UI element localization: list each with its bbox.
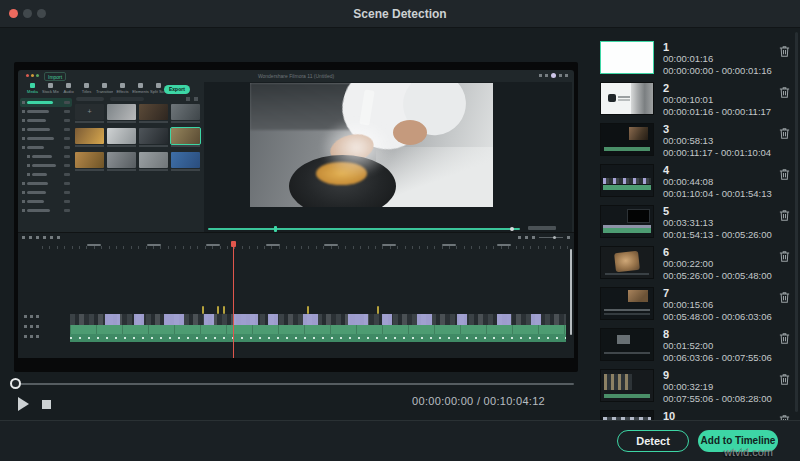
scene-list-item[interactable]: 2 00:00:10:01 00:00:01:16 - 00:00:11:17 (592, 82, 800, 123)
trash-icon[interactable] (778, 85, 792, 123)
timeline (18, 232, 574, 358)
scene-duration: 00:01:52:00 (663, 340, 778, 352)
view-icon (194, 97, 198, 101)
audio-track (70, 325, 566, 334)
scene-list-item[interactable]: 9 00:00:32:19 00:07:55:06 - 00:08:28:00 (592, 369, 800, 410)
sidebar-row (20, 170, 72, 179)
scrollbar[interactable] (795, 32, 798, 412)
titlebar: Scene Detection (0, 0, 800, 28)
sidebar-row (20, 152, 72, 161)
timeline-toolbar-right (518, 236, 570, 239)
seek-knob[interactable] (10, 378, 21, 389)
scene-number: 7 (663, 287, 778, 299)
ruler-label (382, 244, 396, 246)
media-grid: + (75, 104, 203, 171)
scene-list-item[interactable]: 7 00:00:15:06 00:05:48:00 - 00:06:03:06 (592, 287, 800, 328)
player-seekbar (208, 228, 520, 230)
timeline-marker (377, 306, 379, 314)
filmstrip-segment (164, 314, 184, 325)
scene-range: 00:00:11:17 - 00:01:10:04 (663, 147, 778, 159)
filmora-titlebar: Import Wondershare Filmora 11 (Untitled) (18, 70, 574, 82)
scene-thumbnail (600, 410, 654, 420)
trash-icon[interactable] (778, 208, 792, 246)
ruler-label (147, 244, 161, 246)
seek-slider[interactable] (12, 383, 574, 385)
sidebar-row (20, 206, 72, 215)
ruler-label (497, 244, 511, 246)
scene-list-item[interactable]: 6 00:00:22:00 00:05:26:00 - 00:05:48:00 (592, 246, 800, 287)
ruler-label (206, 244, 220, 246)
player-timecode (528, 226, 556, 230)
play-button[interactable] (18, 397, 29, 411)
timeline-ruler (42, 242, 568, 249)
trash-icon[interactable] (778, 290, 792, 328)
scene-duration: 00:00:32:19 (663, 381, 778, 393)
sidebar-row (20, 161, 72, 170)
sidebar-row (20, 125, 72, 134)
scene-range: 00:00:01:16 - 00:00:11:17 (663, 106, 778, 118)
tab-transitions: Transitions (96, 83, 113, 94)
video-preview (250, 83, 493, 207)
scene-list-item[interactable]: 5 00:03:31:13 00:01:54:13 - 00:05:26:00 (592, 205, 800, 246)
trash-icon[interactable] (778, 167, 792, 205)
filmstrip-segment (303, 314, 318, 325)
scene-meta: 5 00:03:31:13 00:01:54:13 - 00:05:26:00 (663, 205, 778, 246)
ruler-label (87, 244, 101, 246)
audio-beat-track (70, 334, 566, 342)
media-sidebar (20, 98, 72, 215)
scene-meta: 1 00:00:01:16 00:00:00:00 - 00:00:01:16 (663, 41, 778, 82)
stop-button[interactable] (42, 400, 51, 409)
scene-list-item[interactable]: 4 00:00:44:08 00:01:10:04 - 00:01:54:13 (592, 164, 800, 205)
scene-list-panel: 1 00:00:01:16 00:00:00:00 - 00:00:01:16 … (592, 29, 800, 420)
scene-number: 10 (663, 410, 778, 420)
scene-duration: 00:00:15:06 (663, 299, 778, 311)
media-thumbnail (171, 104, 200, 123)
import-media-tile: + (75, 104, 104, 123)
trash-icon[interactable] (778, 44, 792, 82)
sidebar-row (20, 107, 72, 116)
tab-stock-media: Stock Media (42, 83, 59, 94)
scene-range: 00:07:55:06 - 00:08:28:00 (663, 393, 778, 405)
filter-icon (186, 97, 190, 101)
scene-meta: 4 00:00:44:08 00:01:10:04 - 00:01:54:13 (663, 164, 778, 205)
filmstrip-segment (531, 314, 541, 325)
filmora-tab-bar: MediaStock MediaAudioTitlesTransitionsEf… (24, 83, 167, 94)
scene-range: 00:06:03:06 - 00:07:55:06 (663, 352, 778, 364)
media-thumbnail (107, 128, 136, 147)
scene-list-item[interactable]: 1 00:00:01:16 00:00:00:00 - 00:00:01:16 (592, 41, 800, 82)
filmstrip-segment (268, 314, 278, 325)
scene-range: 00:05:26:00 - 00:05:48:00 (663, 270, 778, 282)
filmstrip-segment (417, 314, 432, 325)
scene-number: 1 (663, 41, 778, 53)
scene-meta: 9 00:00:32:19 00:07:55:06 - 00:08:28:00 (663, 369, 778, 410)
media-thumbnail (139, 104, 168, 123)
filmora-titlebar-icons (539, 73, 568, 78)
tab-titles: Titles (78, 83, 95, 94)
trash-icon[interactable] (778, 413, 792, 420)
trash-icon[interactable] (778, 126, 792, 164)
scene-thumbnail (600, 287, 654, 320)
scene-range: 00:01:10:04 - 00:01:54:13 (663, 188, 778, 200)
trash-icon[interactable] (778, 372, 792, 410)
trash-icon[interactable] (778, 331, 792, 369)
tab-elements: Elements (132, 83, 149, 94)
tab-audio: Audio (60, 83, 77, 94)
scene-list-item[interactable]: 8 00:01:52:00 00:06:03:06 - 00:07:55:06 (592, 328, 800, 369)
trash-icon[interactable] (778, 249, 792, 287)
preview-image: Import Wondershare Filmora 11 (Untitled)… (14, 62, 578, 372)
filmstrip-segment (348, 314, 368, 325)
tab-effects: Effects (114, 83, 131, 94)
scene-duration: 00:00:58:13 (663, 135, 778, 147)
detect-button[interactable]: Detect (617, 430, 689, 452)
timeline-marker (202, 306, 204, 314)
scene-list-item[interactable]: 10 (592, 410, 800, 420)
scene-number: 5 (663, 205, 778, 217)
watermark: wtvid.com (724, 446, 773, 458)
media-thumbnail (171, 152, 200, 171)
scene-duration: 00:00:10:01 (663, 94, 778, 106)
scene-list-item[interactable]: 3 00:00:58:13 00:00:11:17 - 00:01:10:04 (592, 123, 800, 164)
filmstrip-segment (457, 314, 467, 325)
timeline-marker (223, 306, 225, 314)
scene-duration: 00:03:31:13 (663, 217, 778, 229)
scene-thumbnail (600, 41, 654, 74)
